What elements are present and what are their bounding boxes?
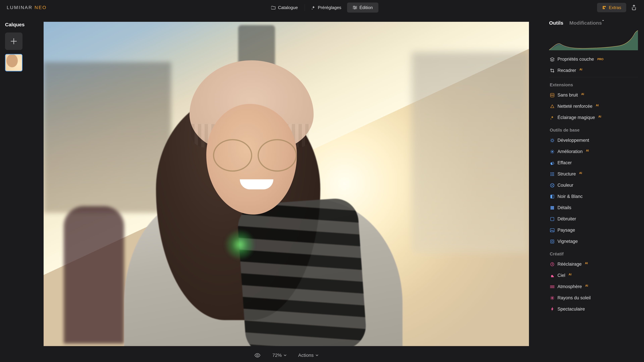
tool-color-label: Couleur bbox=[558, 183, 574, 188]
svg-point-35 bbox=[550, 175, 552, 176]
tool-denoise[interactable]: Débruiter bbox=[549, 213, 638, 225]
tools-panel: Outils Modifications Propriétés couche P… bbox=[549, 20, 638, 362]
sliders-icon bbox=[353, 6, 357, 9]
tool-sky[interactable]: Ciel AI bbox=[549, 270, 638, 281]
svg-point-36 bbox=[552, 175, 553, 176]
actions-dropdown[interactable]: Actions bbox=[298, 353, 318, 358]
tool-supersharp[interactable]: Netteté renforcée AI bbox=[549, 101, 638, 112]
logo-text-1: LUMINAR bbox=[7, 5, 32, 10]
svg-point-18 bbox=[552, 151, 553, 152]
ai-badge: AI bbox=[598, 115, 601, 118]
histogram[interactable] bbox=[549, 30, 638, 50]
svg-point-4 bbox=[355, 7, 356, 8]
supersharp-icon bbox=[550, 104, 555, 109]
share-button[interactable] bbox=[630, 4, 637, 11]
svg-point-55 bbox=[552, 298, 553, 299]
extras-label: Extras bbox=[609, 5, 621, 10]
actions-label: Actions bbox=[298, 353, 314, 358]
section-extensions: Extensions bbox=[549, 78, 638, 89]
tool-enhance-label: Amélioration bbox=[558, 149, 582, 154]
plus-icon bbox=[10, 37, 18, 45]
tool-layer-properties[interactable]: Propriétés couche PRO bbox=[549, 54, 638, 65]
app-logo: LUMINAR NEO bbox=[7, 5, 46, 10]
tool-dramatic[interactable]: Spectaculaire bbox=[549, 304, 638, 315]
tool-noiseless-label: Sans bruit bbox=[558, 92, 578, 98]
top-right: Extras bbox=[597, 3, 637, 12]
extras-button[interactable]: Extras bbox=[597, 3, 626, 12]
develop-icon bbox=[550, 138, 555, 143]
tool-details[interactable]: Détails bbox=[549, 202, 638, 213]
tab-presets[interactable]: Préréglages bbox=[306, 2, 347, 12]
svg-rect-42 bbox=[552, 206, 553, 207]
tool-structure[interactable]: Structure AI bbox=[549, 168, 638, 180]
panel-tab-modifications-label: Modifications bbox=[569, 20, 602, 26]
tool-landscape-label: Paysage bbox=[558, 228, 575, 233]
tool-relight[interactable]: Rééclairage AI bbox=[549, 259, 638, 270]
svg-rect-46 bbox=[553, 207, 554, 208]
tab-catalogue[interactable]: Catalogue bbox=[266, 2, 304, 12]
vignette-icon bbox=[550, 239, 555, 244]
pro-badge: PRO bbox=[598, 58, 604, 61]
svg-rect-52 bbox=[550, 240, 554, 243]
folder-icon bbox=[271, 6, 276, 9]
svg-point-3 bbox=[354, 6, 354, 7]
tool-develop-label: Développement bbox=[558, 138, 589, 143]
image-canvas[interactable] bbox=[44, 22, 529, 346]
chevron-down-icon bbox=[284, 355, 286, 356]
tool-sunrays-label: Rayons du soleil bbox=[558, 295, 591, 301]
tool-magic-light[interactable]: Éclairage magique AI bbox=[549, 112, 638, 123]
tool-landscape[interactable]: Paysage bbox=[549, 225, 638, 236]
tool-develop[interactable]: Développement bbox=[549, 135, 638, 146]
zoom-dropdown[interactable]: 72% bbox=[272, 353, 286, 358]
svg-line-15 bbox=[553, 141, 554, 142]
layers-title: Calques bbox=[5, 22, 32, 27]
panel-tab-tools[interactable]: Outils bbox=[549, 20, 563, 26]
svg-rect-43 bbox=[553, 206, 554, 207]
tool-crop-label: Recadrer bbox=[558, 68, 576, 73]
tool-noiseless[interactable]: ISO Sans bruit AI bbox=[549, 89, 638, 101]
add-layer-button[interactable] bbox=[5, 32, 22, 50]
compare-button[interactable] bbox=[254, 353, 260, 358]
tab-catalogue-label: Catalogue bbox=[278, 5, 298, 10]
tool-bw[interactable]: Noir & Blanc bbox=[549, 191, 638, 202]
ai-badge: AI bbox=[581, 92, 584, 96]
svg-rect-45 bbox=[552, 207, 553, 208]
tool-enhance[interactable]: Amélioration AI bbox=[549, 146, 638, 157]
tool-atmosphere[interactable]: Atmosphère AI bbox=[549, 281, 638, 292]
tab-presets-label: Préréglages bbox=[318, 5, 341, 10]
svg-point-37 bbox=[553, 175, 554, 176]
logo-text-2: NEO bbox=[34, 5, 47, 10]
tool-vignette[interactable]: Vignetage bbox=[549, 236, 638, 247]
chevron-down-icon bbox=[316, 355, 318, 356]
modifications-indicator-dot bbox=[602, 20, 604, 21]
tool-crop[interactable]: Recadrer AI bbox=[549, 65, 638, 76]
panel-tab-modifications[interactable]: Modifications bbox=[569, 20, 602, 26]
tab-edit-label: Édition bbox=[360, 5, 373, 10]
svg-line-61 bbox=[553, 299, 554, 299]
svg-point-6 bbox=[256, 355, 258, 356]
dramatic-icon bbox=[550, 307, 555, 312]
svg-rect-51 bbox=[550, 229, 554, 232]
tab-edit[interactable]: Édition bbox=[347, 2, 378, 12]
panel-tabs: Outils Modifications bbox=[549, 20, 638, 26]
tool-sunrays[interactable]: Rayons du soleil bbox=[549, 292, 638, 304]
tool-supersharp-label: Netteté renforcée bbox=[558, 104, 592, 109]
sparkle-icon bbox=[312, 5, 316, 9]
tool-sky-label: Ciel bbox=[558, 273, 565, 278]
crop-icon bbox=[550, 68, 555, 73]
svg-line-26 bbox=[553, 150, 554, 151]
erase-icon bbox=[550, 160, 555, 165]
svg-rect-49 bbox=[553, 209, 554, 210]
tool-erase[interactable]: Effacer bbox=[549, 157, 638, 168]
layers-icon bbox=[550, 57, 555, 62]
tool-atmosphere-label: Atmosphère bbox=[558, 284, 582, 289]
svg-text:ISO: ISO bbox=[551, 94, 554, 96]
tool-dramatic-label: Spectaculaire bbox=[558, 307, 585, 312]
tool-layer-properties-label: Propriétés couche bbox=[558, 57, 594, 62]
layer-thumbnail[interactable] bbox=[5, 54, 22, 71]
svg-point-53 bbox=[552, 241, 553, 242]
tool-color[interactable]: Couleur bbox=[549, 180, 638, 191]
noiseless-icon: ISO bbox=[550, 93, 555, 98]
svg-point-9 bbox=[551, 139, 553, 141]
details-icon bbox=[550, 205, 555, 210]
